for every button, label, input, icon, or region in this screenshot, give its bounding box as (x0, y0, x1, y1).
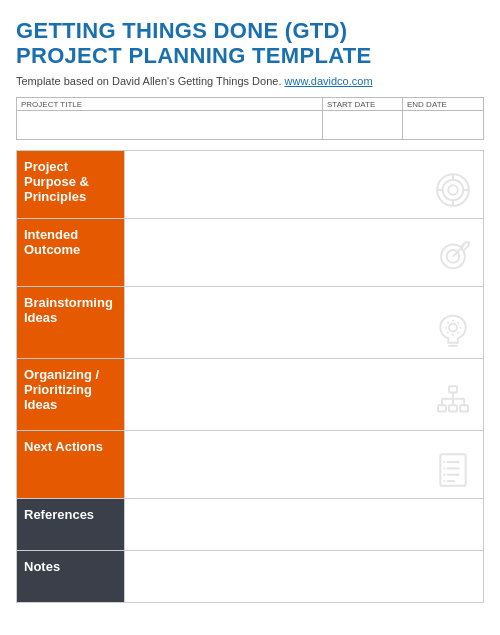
row-content-actions (125, 430, 484, 498)
goal-icon (431, 236, 475, 280)
outcome-textarea[interactable] (131, 223, 477, 282)
start-date-input[interactable] (323, 111, 402, 139)
project-title-input[interactable] (17, 111, 322, 139)
row-label-actions: Next Actions (17, 430, 125, 498)
references-textarea[interactable] (131, 503, 477, 546)
project-title-label: PROJECT TITLE (17, 98, 322, 111)
svg-line-19 (447, 332, 448, 333)
table-row: Project Purpose & Principles (17, 150, 484, 218)
notes-textarea[interactable] (131, 555, 477, 598)
row-content-outcome (125, 218, 484, 286)
svg-rect-20 (449, 386, 457, 392)
row-content-organizing (125, 358, 484, 430)
table-row: Intended Outcome (17, 218, 484, 286)
row-content-brainstorm (125, 286, 484, 358)
table-row: Brainstorming Ideas (17, 286, 484, 358)
end-date-label: END DATE (403, 98, 483, 111)
purpose-textarea[interactable] (131, 155, 477, 214)
subtitle: Template based on David Allen's Getting … (16, 75, 484, 87)
svg-line-16 (447, 322, 448, 323)
actions-textarea[interactable] (131, 435, 477, 494)
subtitle-link[interactable]: www.davidco.com (285, 75, 373, 87)
table-row: Next Actions (17, 430, 484, 498)
row-label-references: References (17, 498, 125, 550)
checklist-icon (431, 448, 475, 492)
svg-rect-29 (460, 405, 468, 411)
project-header: PROJECT TITLE START DATE END DATE (16, 97, 484, 140)
page-title: GETTING THINGS DONE (GTD) PROJECT PLANNI… (16, 18, 484, 69)
svg-line-17 (458, 332, 459, 333)
row-label-outcome: Intended Outcome (17, 218, 125, 286)
brainstorm-textarea[interactable] (131, 291, 477, 354)
svg-point-1 (443, 179, 464, 200)
svg-rect-27 (438, 405, 446, 411)
svg-point-2 (448, 185, 458, 195)
row-label-brainstorm: Brainstorming Ideas (17, 286, 125, 358)
svg-point-11 (449, 323, 457, 331)
row-label-organizing: Organizing / Prioritizing Ideas (17, 358, 125, 430)
planning-table: Project Purpose & Principles (16, 150, 484, 603)
end-date-input[interactable] (403, 111, 483, 139)
end-date-cell: END DATE (403, 98, 483, 139)
table-row: Organizing / Prioritizing Ideas (17, 358, 484, 430)
table-row: Notes (17, 550, 484, 602)
project-title-cell: PROJECT TITLE (17, 98, 323, 139)
org-chart-icon (431, 380, 475, 424)
start-date-label: START DATE (323, 98, 402, 111)
table-row: References (17, 498, 484, 550)
row-label-purpose: Project Purpose & Principles (17, 150, 125, 218)
row-content-notes (125, 550, 484, 602)
row-content-purpose (125, 150, 484, 218)
target-icon (431, 168, 475, 212)
row-label-notes: Notes (17, 550, 125, 602)
svg-line-18 (458, 322, 459, 323)
row-content-references (125, 498, 484, 550)
organizing-textarea[interactable] (131, 363, 477, 426)
svg-rect-28 (449, 405, 457, 411)
start-date-cell: START DATE (323, 98, 403, 139)
lightbulb-icon (431, 308, 475, 352)
